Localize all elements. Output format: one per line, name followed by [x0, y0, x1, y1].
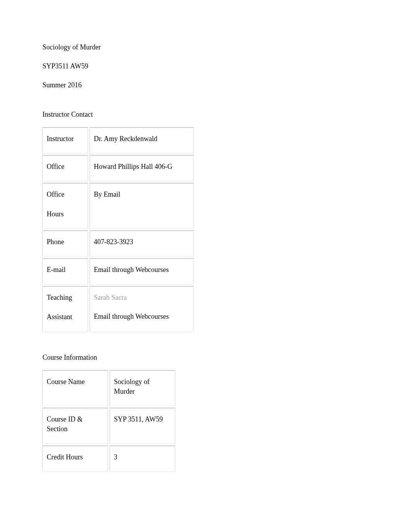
- instructor-label: Instructor: [42, 127, 88, 153]
- course-id-label: Course ID & Section: [42, 408, 108, 444]
- table-row: Office Hours By Email: [42, 183, 194, 229]
- doc-title: Sociology of Murder: [42, 42, 368, 52]
- course-info-heading: Course Information: [42, 353, 368, 362]
- email-label: E-mail: [42, 258, 88, 284]
- course-id-label-line1: Course ID &: [47, 415, 83, 423]
- ta-label: Teaching Assistant: [42, 286, 88, 332]
- ta-value: Sarah Sacra Email through Webcourses: [90, 286, 194, 332]
- office-hours-value: By Email: [90, 183, 194, 229]
- instructor-contact-heading: Instructor Contact: [42, 110, 368, 119]
- table-row: Course Name Sociology of Murder: [42, 370, 175, 406]
- ta-email: Email through Webcourses: [94, 312, 187, 321]
- table-row: Phone 407-823-3923: [42, 230, 194, 257]
- term: Summer 2016: [42, 80, 368, 90]
- instructor-contact-table: Instructor Dr. Amy Reckdenwald Office Ho…: [41, 126, 195, 333]
- course-id-label-line2: Section: [47, 425, 68, 433]
- table-row: Course ID & Section SYP 3511, AW59: [42, 408, 175, 444]
- office-hours-label-line2: Hours: [47, 210, 64, 218]
- credit-hours-value: 3: [110, 445, 175, 472]
- table-row: Teaching Assistant Sarah Sacra Email thr…: [42, 286, 194, 332]
- phone-value: 407-823-3923: [90, 230, 194, 257]
- table-row: Credit Hours 3: [42, 445, 175, 472]
- course-code: SYP3511 AW59: [42, 61, 368, 71]
- office-value: Howard Phillips Hall 406-G: [90, 155, 194, 181]
- office-hours-label-line1: Office: [47, 190, 64, 198]
- office-label: Office: [42, 155, 88, 181]
- table-row: Office Howard Phillips Hall 406-G: [42, 155, 194, 181]
- ta-label-line2: Assistant: [47, 313, 72, 321]
- email-value: Email through Webcourses: [90, 258, 194, 284]
- credit-hours-label: Credit Hours: [42, 445, 108, 472]
- table-row: E-mail Email through Webcourses: [42, 258, 194, 284]
- table-row: Instructor Dr. Amy Reckdenwald: [42, 127, 194, 153]
- course-info-table: Course Name Sociology of Murder Course I…: [41, 369, 177, 473]
- course-name-value: Sociology of Murder: [110, 370, 175, 406]
- phone-label: Phone: [42, 230, 88, 257]
- ta-label-line1: Teaching: [47, 294, 72, 301]
- office-hours-label: Office Hours: [42, 183, 88, 229]
- course-name-label: Course Name: [42, 370, 108, 406]
- course-id-value: SYP 3511, AW59: [110, 408, 175, 444]
- ta-name: Sarah Sacra: [94, 294, 127, 301]
- instructor-value: Dr. Amy Reckdenwald: [90, 127, 194, 153]
